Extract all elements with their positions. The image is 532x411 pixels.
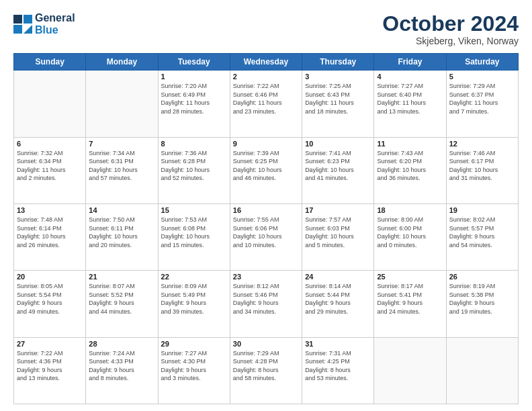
calendar-cell (14, 71, 86, 137)
day-number: 5 (449, 73, 515, 81)
day-number: 14 (89, 206, 154, 214)
calendar-cell: 12Sunrise: 7:46 AMSunset: 6:17 PMDayligh… (446, 137, 518, 203)
calendar-cell: 30Sunrise: 7:29 AMSunset: 4:28 PMDayligh… (230, 337, 302, 404)
day-number: 9 (233, 140, 299, 148)
calendar-cell: 8Sunrise: 7:36 AMSunset: 6:28 PMDaylight… (158, 137, 230, 203)
day-info: Sunrise: 8:07 AMSunset: 5:52 PMDaylight:… (89, 282, 154, 316)
calendar-cell: 27Sunrise: 7:22 AMSunset: 4:36 PMDayligh… (14, 337, 86, 404)
week-row-4: 20Sunrise: 8:05 AMSunset: 5:54 PMDayligh… (14, 271, 519, 337)
day-info: Sunrise: 8:05 AMSunset: 5:54 PMDaylight:… (17, 282, 83, 316)
day-info: Sunrise: 7:46 AMSunset: 6:17 PMDaylight:… (449, 149, 515, 183)
calendar-cell: 23Sunrise: 8:12 AMSunset: 5:46 PMDayligh… (230, 271, 302, 337)
day-info: Sunrise: 7:43 AMSunset: 6:20 PMDaylight:… (377, 149, 443, 183)
day-number: 19 (449, 206, 515, 214)
calendar-cell (374, 337, 446, 404)
calendar-cell: 15Sunrise: 7:53 AMSunset: 6:08 PMDayligh… (158, 203, 230, 270)
weekday-header-tuesday: Tuesday (158, 54, 230, 71)
day-number: 17 (305, 206, 371, 214)
calendar-cell (86, 71, 158, 137)
logo: General Blue (13, 12, 75, 37)
day-info: Sunrise: 7:53 AMSunset: 6:08 PMDaylight:… (161, 216, 227, 249)
day-number: 10 (305, 140, 371, 148)
calendar-cell: 2Sunrise: 7:22 AMSunset: 6:46 PMDaylight… (230, 71, 302, 137)
calendar-cell (446, 337, 518, 404)
calendar-cell: 9Sunrise: 7:39 AMSunset: 6:25 PMDaylight… (230, 137, 302, 203)
day-number: 28 (89, 340, 154, 348)
day-number: 23 (233, 273, 299, 281)
day-number: 7 (89, 140, 154, 148)
day-number: 20 (17, 273, 83, 281)
calendar-cell: 20Sunrise: 8:05 AMSunset: 5:54 PMDayligh… (14, 271, 86, 337)
calendar-cell: 19Sunrise: 8:02 AMSunset: 5:57 PMDayligh… (446, 203, 518, 270)
day-info: Sunrise: 8:12 AMSunset: 5:46 PMDaylight:… (233, 282, 299, 316)
day-info: Sunrise: 7:57 AMSunset: 6:03 PMDaylight:… (305, 216, 371, 249)
calendar-cell: 26Sunrise: 8:19 AMSunset: 5:38 PMDayligh… (446, 271, 518, 337)
calendar-cell: 11Sunrise: 7:43 AMSunset: 6:20 PMDayligh… (374, 137, 446, 203)
day-info: Sunrise: 7:48 AMSunset: 6:14 PMDaylight:… (17, 216, 83, 249)
day-info: Sunrise: 7:22 AMSunset: 6:46 PMDaylight:… (233, 82, 299, 116)
day-info: Sunrise: 8:19 AMSunset: 5:38 PMDaylight:… (449, 282, 515, 316)
day-info: Sunrise: 7:20 AMSunset: 6:49 PMDaylight:… (161, 82, 227, 116)
logo-blue: Blue (35, 24, 75, 36)
day-number: 15 (161, 206, 227, 214)
calendar-cell: 28Sunrise: 7:24 AMSunset: 4:33 PMDayligh… (86, 337, 158, 404)
day-number: 24 (305, 273, 371, 281)
day-number: 1 (161, 73, 227, 81)
day-info: Sunrise: 7:27 AMSunset: 6:40 PMDaylight:… (377, 82, 443, 116)
calendar-cell: 21Sunrise: 8:07 AMSunset: 5:52 PMDayligh… (86, 271, 158, 337)
day-info: Sunrise: 7:31 AMSunset: 4:25 PMDaylight:… (305, 349, 371, 383)
svg-rect-0 (13, 15, 22, 24)
page: General Blue October 2024 Skjeberg, Vike… (0, 0, 532, 411)
day-number: 16 (233, 206, 299, 214)
day-info: Sunrise: 7:29 AMSunset: 6:37 PMDaylight:… (449, 82, 515, 116)
weekday-header-saturday: Saturday (446, 54, 518, 71)
calendar-cell: 22Sunrise: 8:09 AMSunset: 5:49 PMDayligh… (158, 271, 230, 337)
day-info: Sunrise: 7:50 AMSunset: 6:11 PMDaylight:… (89, 216, 154, 249)
calendar-cell: 5Sunrise: 7:29 AMSunset: 6:37 PMDaylight… (446, 71, 518, 137)
week-row-3: 13Sunrise: 7:48 AMSunset: 6:14 PMDayligh… (14, 203, 519, 270)
calendar-cell: 1Sunrise: 7:20 AMSunset: 6:49 PMDaylight… (158, 71, 230, 137)
day-number: 8 (161, 140, 227, 148)
calendar-cell: 6Sunrise: 7:32 AMSunset: 6:34 PMDaylight… (14, 137, 86, 203)
day-number: 2 (233, 73, 299, 81)
day-info: Sunrise: 8:14 AMSunset: 5:44 PMDaylight:… (305, 282, 371, 316)
day-number: 22 (161, 273, 227, 281)
week-row-1: 1Sunrise: 7:20 AMSunset: 6:49 PMDaylight… (14, 71, 519, 137)
day-number: 29 (161, 340, 227, 348)
month-title: October 2024 (382, 12, 519, 36)
day-info: Sunrise: 8:02 AMSunset: 5:57 PMDaylight:… (449, 216, 515, 249)
calendar-cell: 17Sunrise: 7:57 AMSunset: 6:03 PMDayligh… (302, 203, 374, 270)
day-info: Sunrise: 7:32 AMSunset: 6:34 PMDaylight:… (17, 149, 83, 183)
calendar-cell: 24Sunrise: 8:14 AMSunset: 5:44 PMDayligh… (302, 271, 374, 337)
day-number: 3 (305, 73, 371, 81)
calendar-cell: 25Sunrise: 8:17 AMSunset: 5:41 PMDayligh… (374, 271, 446, 337)
day-number: 13 (17, 206, 83, 214)
calendar-cell: 10Sunrise: 7:41 AMSunset: 6:23 PMDayligh… (302, 137, 374, 203)
logo-general: General (35, 12, 75, 24)
svg-rect-2 (13, 25, 22, 34)
day-info: Sunrise: 7:27 AMSunset: 4:30 PMDaylight:… (161, 349, 227, 383)
logo-icon (13, 15, 32, 34)
weekday-header-wednesday: Wednesday (230, 54, 302, 71)
weekday-header-monday: Monday (86, 54, 158, 71)
calendar-cell: 14Sunrise: 7:50 AMSunset: 6:11 PMDayligh… (86, 203, 158, 270)
week-row-2: 6Sunrise: 7:32 AMSunset: 6:34 PMDaylight… (14, 137, 519, 203)
day-number: 18 (377, 206, 443, 214)
calendar-cell: 7Sunrise: 7:34 AMSunset: 6:31 PMDaylight… (86, 137, 158, 203)
calendar-cell: 16Sunrise: 7:55 AMSunset: 6:06 PMDayligh… (230, 203, 302, 270)
calendar-cell: 18Sunrise: 8:00 AMSunset: 6:00 PMDayligh… (374, 203, 446, 270)
svg-rect-1 (24, 15, 32, 24)
calendar-cell: 31Sunrise: 7:31 AMSunset: 4:25 PMDayligh… (302, 337, 374, 404)
weekday-header-row: SundayMondayTuesdayWednesdayThursdayFrid… (14, 54, 519, 71)
day-info: Sunrise: 7:55 AMSunset: 6:06 PMDaylight:… (233, 216, 299, 249)
weekday-header-thursday: Thursday (302, 54, 374, 71)
day-number: 4 (377, 73, 443, 81)
day-info: Sunrise: 7:29 AMSunset: 4:28 PMDaylight:… (233, 349, 299, 383)
weekday-header-sunday: Sunday (14, 54, 86, 71)
calendar-cell: 4Sunrise: 7:27 AMSunset: 6:40 PMDaylight… (374, 71, 446, 137)
logo-text: General Blue (35, 12, 75, 37)
day-info: Sunrise: 7:39 AMSunset: 6:25 PMDaylight:… (233, 149, 299, 183)
header: General Blue October 2024 Skjeberg, Vike… (13, 12, 519, 46)
day-info: Sunrise: 7:34 AMSunset: 6:31 PMDaylight:… (89, 149, 154, 183)
day-number: 21 (89, 273, 154, 281)
